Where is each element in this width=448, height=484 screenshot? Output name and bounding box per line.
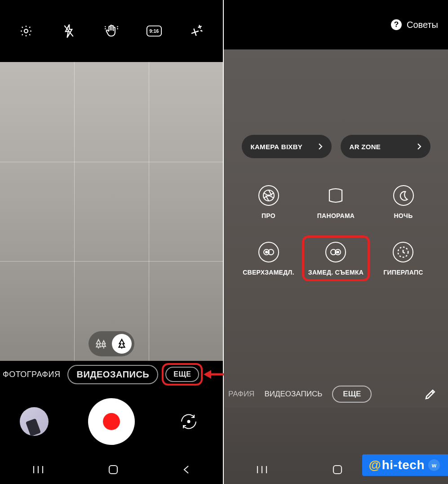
nav-recents[interactable]	[32, 465, 44, 475]
mode-slow-motion[interactable]: ЗАМЕД. СЪЕМКА	[308, 242, 364, 276]
zoom-wide-button[interactable]	[91, 334, 111, 354]
mode-super-slow-mo[interactable]: СВЕРХЗАМЕДЛ.	[243, 242, 294, 276]
hyperlapse-icon	[396, 245, 410, 259]
ratio-icon: 9:16	[146, 25, 162, 37]
flash-off-icon	[62, 23, 75, 39]
watermark-at: @	[368, 458, 381, 472]
more-modes-panel: КАМЕРА BIXBY AR ZONE ПРО	[224, 49, 448, 484]
nav-back[interactable]	[182, 464, 191, 475]
camera-more-modes-screen: ? Советы КАМЕРА BIXBY AR ZONE	[224, 0, 448, 484]
mode-panorama[interactable]: ПАНОРАМА	[317, 185, 355, 219]
gear-icon	[19, 24, 33, 38]
modes-grid: ПРО ПАНОРАМА НОЧЬ	[235, 185, 437, 276]
svg-point-13	[337, 251, 339, 253]
mode-photo[interactable]: ФОТОГРАФИЯ	[3, 370, 60, 379]
mode-video-active[interactable]: ВИДЕОЗАПИСЬ	[67, 365, 158, 384]
mode-panorama-label: ПАНОРАМА	[317, 212, 355, 219]
bixby-label: КАМЕРА BIXBY	[251, 143, 303, 151]
ratio-text: 9:16	[150, 29, 159, 34]
mode-super-slow-label: СВЕРХЗАМЕДЛ.	[243, 269, 294, 276]
help-icon: ?	[390, 19, 402, 31]
android-nav-bar	[0, 455, 223, 484]
mode-hyperlapse-label: ГИПЕРЛАПС	[383, 269, 423, 276]
mode-more-active[interactable]: ЕЩЕ	[332, 386, 372, 403]
mode-selector[interactable]: РАФИЯ ВИДЕОЗАПИСЬ ЕЩЕ	[224, 381, 448, 408]
gallery-thumbnail[interactable]	[20, 407, 49, 436]
moon-icon	[398, 190, 409, 201]
arzone-label: AR ZONE	[350, 143, 381, 151]
palm-icon	[104, 23, 119, 39]
mode-selector[interactable]: ФОТОГРАФИЯ ВИДЕОЗАПИСЬ ЕЩЕ	[0, 361, 223, 388]
grid-line	[74, 62, 75, 361]
watermark: @ hi-tech w	[362, 454, 448, 476]
home-icon	[108, 464, 119, 475]
svg-text:?: ?	[394, 20, 399, 29]
super-slowmo-icon	[263, 249, 275, 256]
grid-line	[0, 261, 223, 262]
zoom-selector	[89, 331, 134, 356]
capture-bar	[0, 388, 223, 455]
tips-bar: ? Советы	[224, 0, 448, 49]
edit-modes-button[interactable]	[424, 387, 437, 401]
nav-recents[interactable]	[256, 465, 268, 475]
mode-night[interactable]: НОЧЬ	[393, 185, 414, 219]
switch-camera-icon	[178, 411, 200, 432]
nav-home[interactable]	[108, 464, 119, 475]
tree-icon	[116, 338, 128, 350]
aperture-icon	[262, 188, 276, 203]
settings-button[interactable]	[18, 23, 34, 39]
mode-hyperlapse[interactable]: ГИПЕРЛАПС	[383, 242, 423, 276]
mode-more[interactable]: ЕЩЕ	[165, 367, 199, 382]
shutter-button[interactable]	[88, 398, 135, 445]
bixby-camera-button[interactable]: КАМЕРА BIXBY	[242, 135, 332, 158]
switch-camera-button[interactable]	[174, 407, 203, 436]
nav-home[interactable]	[332, 464, 343, 475]
recents-icon	[256, 465, 268, 475]
home-icon	[332, 464, 343, 475]
panorama-icon	[326, 186, 346, 204]
mode-pro[interactable]: ПРО	[258, 185, 279, 219]
trees-wide-icon	[95, 337, 107, 350]
top-toolbar: 9:16	[0, 0, 223, 62]
vk-badge-icon: w	[428, 459, 440, 471]
zoom-normal-button[interactable]	[112, 334, 132, 354]
svg-point-3	[188, 421, 190, 423]
ar-zone-button[interactable]: AR ZONE	[341, 135, 430, 158]
slowmo-icon	[330, 249, 342, 256]
mode-night-label: НОЧЬ	[394, 212, 413, 219]
back-icon	[182, 464, 191, 475]
sparkle-icon	[190, 24, 204, 38]
aspect-ratio-toggle[interactable]: 9:16	[146, 23, 162, 39]
recents-icon	[32, 465, 44, 475]
tips-button[interactable]: Советы	[407, 20, 438, 30]
pencil-icon	[424, 387, 437, 401]
svg-point-10	[266, 251, 267, 253]
viewfinder[interactable]	[0, 62, 223, 361]
mode-video[interactable]: ВИДЕОЗАПИСЬ	[264, 390, 322, 399]
record-indicator-icon	[103, 413, 120, 430]
gesture-toggle[interactable]	[103, 23, 120, 39]
grid-line	[149, 62, 149, 361]
svg-rect-4	[109, 466, 117, 474]
chevron-right-icon	[417, 143, 421, 150]
camera-main-screen: 9:16 ФОТО	[0, 0, 224, 484]
filter-toggle[interactable]	[189, 23, 205, 39]
flash-toggle[interactable]	[61, 23, 77, 39]
watermark-text: hi-tech	[382, 458, 425, 472]
feature-pill-row: КАМЕРА BIXBY AR ZONE	[242, 135, 430, 158]
mode-photo-partial[interactable]: РАФИЯ	[228, 390, 254, 399]
mode-pro-label: ПРО	[262, 212, 275, 219]
svg-point-0	[24, 29, 28, 33]
mode-slow-label: ЗАМЕД. СЪЕМКА	[308, 269, 364, 276]
chevron-right-icon	[318, 143, 323, 150]
svg-rect-15	[333, 466, 342, 474]
grid-line	[0, 162, 223, 162]
